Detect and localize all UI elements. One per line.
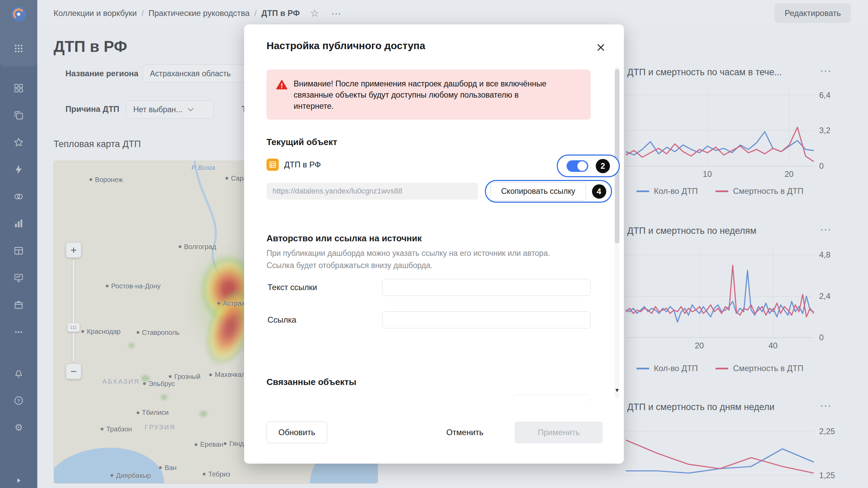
current-object-row: ДТП в РФ — [267, 159, 321, 171]
warning-alert: Внимание! После применения настроек дашб… — [267, 69, 591, 120]
link-url-label: Ссылка — [268, 315, 296, 325]
dialog-footer: Обновить Отменить Применить — [244, 407, 624, 464]
public-access-toggle[interactable] — [567, 160, 588, 172]
copy-link-button[interactable]: Скопировать ссылку — [491, 182, 586, 201]
link-text-input[interactable] — [382, 279, 591, 296]
link-url-input[interactable] — [382, 311, 591, 328]
copy-callout: Скопировать ссылку 4 — [485, 180, 612, 203]
link-text-label: Текст ссылки — [268, 283, 317, 292]
authorship-heading: Авторство или ссылка на источник — [267, 233, 422, 244]
object-name: ДТП в РФ — [284, 160, 321, 169]
toggle-knob — [577, 161, 587, 171]
public-access-dialog: Настройка публичного доступа Внимание! П… — [244, 24, 624, 464]
warning-icon — [276, 79, 288, 111]
apply-button[interactable]: Применить — [515, 422, 603, 443]
cancel-button[interactable]: Отменить — [436, 422, 494, 443]
toggle-callout: 2 — [557, 155, 620, 177]
dashboard-object-icon — [267, 159, 279, 171]
app-root: ?⚙ Коллекции и воркбуки / Практические р… — [0, 0, 868, 488]
step-badge-2: 2 — [596, 159, 610, 173]
public-url-input[interactable] — [267, 183, 478, 200]
step-badge-4: 4 — [592, 184, 606, 199]
warning-text: Внимание! После применения настроек дашб… — [294, 78, 560, 111]
refresh-button[interactable]: Обновить — [267, 422, 327, 443]
authorship-hint-1: При публикации дашборда можно указать сс… — [267, 249, 550, 258]
scrollbar-down-arrow-icon[interactable]: ▼ — [614, 388, 620, 393]
dialog-title: Настройка публичного доступа — [267, 40, 425, 52]
authorship-hint-2: Ссылка будет отображаться внизу дашборда… — [267, 261, 433, 270]
modal-scrollbar-thumb[interactable] — [615, 69, 619, 243]
current-object-heading: Текущий объект — [267, 137, 337, 147]
close-icon[interactable] — [594, 41, 608, 54]
related-objects-heading: Связанные объекты — [267, 377, 356, 387]
